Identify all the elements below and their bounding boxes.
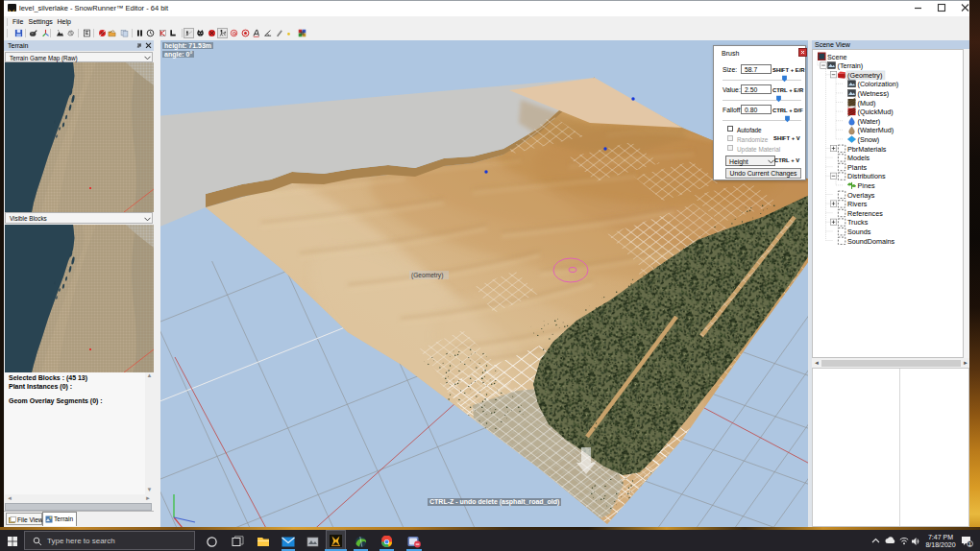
- svg-text:(Geometry): (Geometry): [411, 272, 443, 279]
- svg-text:(QuickMud): (QuickMud): [858, 108, 894, 116]
- svg-text:SoundDomains: SoundDomains: [847, 237, 895, 246]
- svg-text:Rivers: Rivers: [847, 200, 868, 208]
- svg-text:(Geometry): (Geometry): [847, 71, 882, 80]
- svg-text:Distributions: Distributions: [847, 172, 886, 180]
- svg-text:(Colorization): (Colorization): [858, 80, 899, 88]
- svg-text:Overlays: Overlays: [847, 191, 875, 200]
- svg-text:(Mud): (Mud): [858, 99, 876, 108]
- svg-text:Models: Models: [847, 154, 870, 162]
- svg-text:(Snow): (Snow): [858, 135, 880, 144]
- svg-text:Scene: Scene: [827, 53, 846, 61]
- svg-text:Sounds: Sounds: [847, 228, 871, 236]
- svg-text:(WaterMud): (WaterMud): [858, 126, 894, 134]
- svg-text:Pines: Pines: [858, 181, 875, 190]
- svg-text:(Water): (Water): [858, 117, 881, 126]
- svg-text:Trucks: Trucks: [847, 218, 869, 227]
- svg-text:References: References: [847, 209, 883, 218]
- svg-text:(Wetness): (Wetness): [858, 89, 890, 98]
- svg-text:PbrMaterials: PbrMaterials: [847, 145, 887, 154]
- svg-text:(Terrain): (Terrain): [838, 61, 864, 70]
- svg-text:Plants: Plants: [847, 163, 867, 172]
